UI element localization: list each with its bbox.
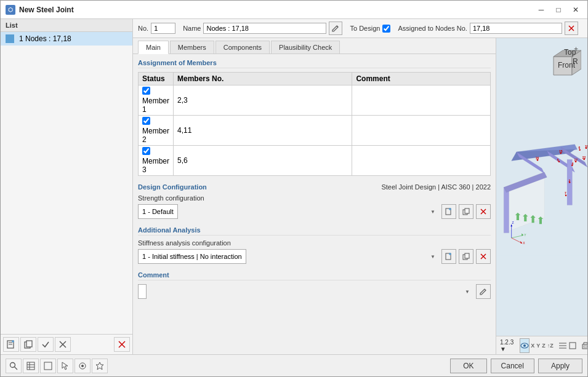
member3-label: Member 3	[142, 157, 169, 174]
member3-no: 5,6	[174, 146, 352, 176]
assignment-title: Assignment of Members	[138, 59, 491, 68]
tab-components[interactable]: Components	[215, 41, 270, 54]
tab-members[interactable]: Members	[170, 41, 214, 54]
vp-layers-button[interactable]	[558, 338, 568, 353]
member2-checkbox[interactable]	[142, 117, 150, 125]
svg-line-96	[15, 367, 18, 370]
member1-label: Member 1	[142, 97, 169, 114]
app-icon: ⬡	[6, 5, 15, 15]
tab-plausibility[interactable]: Plausibility Check	[271, 41, 340, 54]
member2-status: Member 2	[139, 116, 174, 146]
svg-rect-97	[27, 362, 34, 370]
svg-text:R: R	[573, 57, 578, 66]
viewport-toolbar: 1.2.3 ▼ X Y Z ↑Z	[496, 336, 587, 354]
right-panel: Main Members Components Plausibility Che…	[133, 38, 587, 354]
left-panel: List 1 Nodes : 17,18	[1, 19, 133, 354]
close-button[interactable]: ✕	[569, 3, 582, 17]
strength-new-button[interactable]	[441, 204, 456, 219]
name-input[interactable]	[203, 23, 326, 34]
svg-point-56	[560, 153, 562, 154]
vp-y-button[interactable]: Y	[536, 338, 541, 353]
comment-dropdown-wrapper	[138, 284, 473, 299]
design-config-section: Design Configuration Steel Joint Design …	[138, 183, 491, 219]
stiffness-delete-button[interactable]	[476, 249, 491, 264]
svg-text:7: 7	[565, 192, 566, 195]
stiffness-dropdown-row: 1 - Initial stiffness | No interaction	[138, 249, 491, 264]
stiffness-dropdown[interactable]: 1 - Initial stiffness | No interaction	[138, 249, 246, 264]
stiffness-label: Stiffness analysis configuration	[138, 239, 491, 247]
assigned-input[interactable]	[470, 23, 562, 34]
no-input[interactable]	[151, 23, 175, 34]
tab-main[interactable]: Main	[138, 41, 169, 54]
new-item-button[interactable]	[3, 337, 19, 352]
svg-rect-25	[465, 253, 469, 258]
stiffness-new-button[interactable]	[441, 249, 456, 264]
maximize-button[interactable]: □	[552, 3, 565, 17]
bottom-toolbar: OK Cancel Apply	[1, 354, 587, 376]
assigned-field-group: Assigned to Nodes No.	[398, 22, 578, 35]
col-members-no: Members No.	[174, 73, 352, 85]
svg-point-62	[575, 161, 576, 162]
strength-label: Strength configuration	[138, 194, 491, 202]
svg-marker-105	[96, 362, 103, 370]
strength-delete-button[interactable]	[476, 204, 491, 219]
vp-eye-button[interactable]	[520, 338, 530, 353]
comment-dropdown[interactable]	[138, 284, 147, 299]
name-label: Name	[183, 25, 201, 32]
minimize-button[interactable]: ─	[534, 3, 548, 17]
member1-no: 2,3	[174, 85, 352, 116]
stiffness-dropdown-wrapper: 1 - Initial stiffness | No interaction	[138, 249, 439, 264]
to-design-group: To Design	[350, 25, 390, 33]
member3-checkbox[interactable]	[142, 147, 150, 155]
list-container: 1 Nodes : 17,18	[1, 32, 132, 334]
bottom-box-button[interactable]	[40, 359, 56, 373]
col-comment: Comment	[352, 73, 491, 85]
bottom-left-tools	[6, 359, 108, 373]
ok-button[interactable]: OK	[450, 359, 486, 373]
to-design-checkbox[interactable]	[382, 25, 390, 33]
bottom-settings-button[interactable]	[92, 359, 108, 373]
delete-button[interactable]	[114, 337, 130, 352]
bottom-cursor-button[interactable]	[57, 359, 73, 373]
vp-z-button[interactable]: Z	[541, 338, 546, 353]
name-edit-button[interactable]	[329, 22, 342, 35]
apply-button[interactable]: Apply	[538, 359, 582, 373]
check-button[interactable]	[38, 337, 54, 352]
design-config-label: Design Configuration	[138, 183, 207, 191]
title-bar: ⬡ New Steel Joint ─ □ ✕	[1, 1, 587, 19]
nav-cube[interactable]: Front Top R +	[544, 44, 581, 81]
svg-point-66	[565, 195, 566, 196]
svg-marker-102	[62, 362, 68, 370]
list-item[interactable]: 1 Nodes : 17,18	[1, 32, 132, 46]
assigned-edit-button[interactable]	[565, 22, 578, 35]
bottom-table-button[interactable]	[23, 359, 39, 373]
comment-edit-button[interactable]	[476, 284, 491, 299]
vp-print-button[interactable]	[581, 338, 587, 353]
no-field-group: No.	[138, 23, 175, 34]
to-design-label: To Design	[350, 25, 380, 32]
member1-checkbox[interactable]	[142, 87, 150, 95]
svg-text:Z: Z	[512, 221, 513, 224]
tab-bar: Main Members Components Plausibility Che…	[133, 38, 496, 54]
viewport-counter: 1.2.3 ▼	[497, 339, 516, 352]
svg-point-63	[583, 159, 584, 160]
assigned-label: Assigned to Nodes No.	[398, 25, 467, 32]
vp-iz-button[interactable]: ↑Z	[547, 338, 554, 353]
window-title: New Steel Joint	[19, 6, 531, 14]
vp-x-button[interactable]: X	[530, 338, 535, 353]
strength-copy-button[interactable]	[459, 204, 473, 219]
additional-analysis-section: Additional Analysis Stiffness analysis c…	[138, 226, 491, 264]
cancel-button[interactable]: Cancel	[491, 359, 534, 373]
stiffness-copy-button[interactable]	[459, 249, 473, 264]
svg-point-104	[81, 365, 84, 367]
svg-rect-90	[570, 343, 576, 349]
bottom-view-button[interactable]	[75, 359, 91, 373]
bottom-search-button[interactable]	[6, 359, 22, 373]
uncheck-button[interactable]	[55, 337, 71, 352]
vp-box-button[interactable]	[568, 338, 577, 353]
duplicate-button[interactable]	[20, 337, 36, 352]
svg-rect-6	[26, 341, 32, 347]
assignment-section: Assignment of Members Status Members No.…	[138, 59, 491, 176]
svg-point-95	[10, 362, 15, 367]
strength-dropdown[interactable]: 1 - Default	[138, 204, 178, 219]
